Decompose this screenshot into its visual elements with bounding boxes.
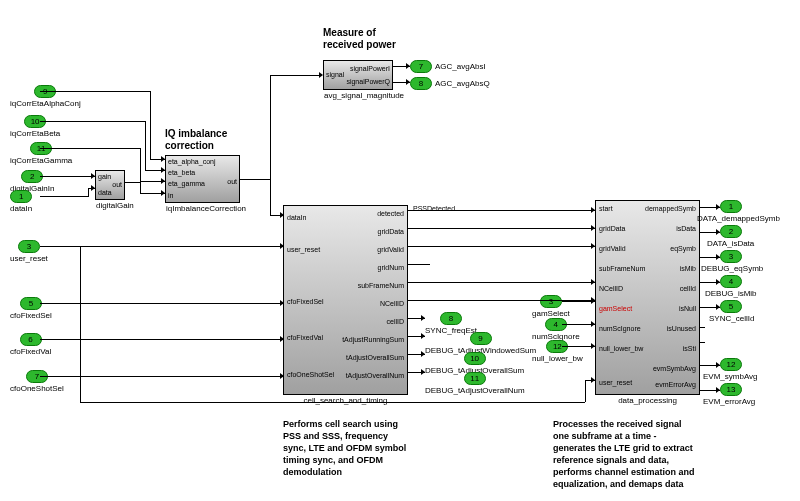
outport-DEBUG-tAdjustOverallNum: 11DEBUG_tAdjustOverallNum <box>425 372 525 395</box>
port-gridData: gridData <box>378 228 404 235</box>
block-label: data_processing <box>596 396 699 405</box>
inport-cfoOneShotSel: 7cfoOneShotSel <box>10 370 64 393</box>
port-gridNum: gridNum <box>378 264 404 271</box>
inport-iqCorrEtaAlphaConj: 9iqCorrEtaAlphaConj <box>10 85 81 108</box>
port-NCellID: NCellID <box>380 300 404 307</box>
port-user-reset: user_reset <box>599 379 632 386</box>
port-cfoFixedVal: cfoFixedVal <box>287 334 323 341</box>
block-label: digitalGain <box>96 201 124 210</box>
port-null-lower-bw: null_lower_bw <box>599 345 643 352</box>
block-data-processing[interactable]: start gridData gridValid subFrameNum NCe… <box>595 200 700 395</box>
inport-cfoFixedVal: 6cfoFixedVal <box>10 333 51 356</box>
port-in: in <box>168 192 173 199</box>
port-NCellID: NCellID <box>599 285 623 292</box>
port-evmSymbAvg: evmSymbAvg <box>653 365 696 372</box>
outport-EVM-symbAvg: 12EVM_symbAvg <box>720 358 742 371</box>
block-label: avg_signal_magnitude <box>324 91 392 100</box>
inport-iqCorrEtaBeta: 10iqCorrEtaBeta <box>10 115 60 138</box>
outport-SYNC-cellId: 5SYNC_cellId <box>720 300 742 313</box>
port-gridData: gridData <box>599 225 625 232</box>
port-signalPowerI: signalPowerI <box>350 65 390 72</box>
port-eta-beta: eta_beta <box>168 169 195 176</box>
outport-DATA-demappedSymb: 1DATA_demappedSymb <box>720 200 742 213</box>
outport-DATA-isData: 2DATA_isData <box>720 225 742 238</box>
block-avg-signal-magnitude[interactable]: signal signalPowerI signalPowerQ avg_sig… <box>323 60 393 90</box>
port-gridValid: gridValid <box>377 246 404 253</box>
inport-iqCorrEtaGamma: 11iqCorrEtaGamma <box>10 142 72 165</box>
inport-gamSelect: 3gamSelect <box>532 295 570 318</box>
port-dataIn: dataIn <box>287 214 306 221</box>
port-eta-alpha: eta_alpha_conj <box>168 158 216 165</box>
outport-AGC-avgAbsQ: 8AGC_avgAbsQ <box>410 77 490 90</box>
port-out: out <box>112 181 122 188</box>
port-signalPowerQ: signalPowerQ <box>346 78 390 85</box>
port-gridValid: gridValid <box>599 245 626 252</box>
hdr-power: Measure of received power <box>323 27 396 51</box>
port-gamSelect: gamSelect <box>599 305 632 312</box>
hdr-iq: IQ imbalance correction <box>165 128 227 152</box>
port-cfoFixedSel: cfoFixedSel <box>287 298 324 305</box>
port-data: data <box>98 189 112 196</box>
port-gain: gain <box>98 173 111 180</box>
inport-numScIgnore: 4numScIgnore <box>532 318 580 341</box>
inport-user_reset: 3user_reset <box>10 240 48 263</box>
port-cfoOneShotSel: cfoOneShotSel <box>287 371 334 378</box>
port-isUnused: isUnused <box>667 325 696 332</box>
port-subFrameNum: subFrameNum <box>599 265 645 272</box>
outport-EVM-errorAvg: 13EVM_errorAvg <box>720 383 742 396</box>
port-subFrameNum: subFrameNum <box>358 282 404 289</box>
port-start: start <box>599 205 613 212</box>
port-tAdjRun: tAdjustRunningSum <box>342 336 404 343</box>
desc-data: Processes the received signal one subfra… <box>553 418 753 490</box>
port-evmErrorAvg: evmErrorAvg <box>655 381 696 388</box>
block-cell-search-and-timing[interactable]: dataIn user_reset cfoFixedSel cfoFixedVa… <box>283 205 408 395</box>
port-demappedSymb: demappedSymb <box>645 205 696 212</box>
inport-dataIn: 1dataIn <box>10 190 32 213</box>
outport-AGC-avgAbsI: 7AGC_avgAbsI <box>410 60 486 73</box>
port-isSti: isSti <box>683 345 696 352</box>
port-out: out <box>227 178 237 185</box>
port-numScIgnore: numScIgnore <box>599 325 641 332</box>
inport-cfoFixedSel: 5cfoFixedSel <box>10 297 52 320</box>
port-tAdjOverallSum: tAdjustOverallSum <box>346 354 404 361</box>
port-eta-gamma: eta_gamma <box>168 180 205 187</box>
port-eqSymb: eqSymb <box>670 245 696 252</box>
port-user_reset: user_reset <box>287 246 320 253</box>
block-digitalGain[interactable]: gain data out digitalGain <box>95 170 125 200</box>
block-label: iqImbalanceCorrection <box>166 204 239 213</box>
port-isMib: isMib <box>680 265 696 272</box>
port-detected: detected <box>377 210 404 217</box>
block-iqImbalanceCorrection[interactable]: eta_alpha_conj eta_beta eta_gamma in out… <box>165 155 240 203</box>
block-label: cell_search_and_timing <box>284 396 407 405</box>
port-cellID: cellID <box>386 318 404 325</box>
inport-null-lower-bw: 12null_lower_bw <box>532 340 583 363</box>
port-cellId: cellId <box>680 285 696 292</box>
port-tAdjOverallNum: tAdjustOverallNum <box>346 372 404 379</box>
port-isNull: isNull <box>679 305 696 312</box>
desc-cell: Performs cell search using PSS and SSS, … <box>283 418 443 478</box>
port-signal: signal <box>326 71 344 78</box>
outport-DEBUG-eqSymb: 3DEBUG_eqSymb <box>720 250 742 263</box>
outport-DEBUG-isMib: 4DEBUG_isMib <box>720 275 742 288</box>
port-isData: isData <box>676 225 696 232</box>
